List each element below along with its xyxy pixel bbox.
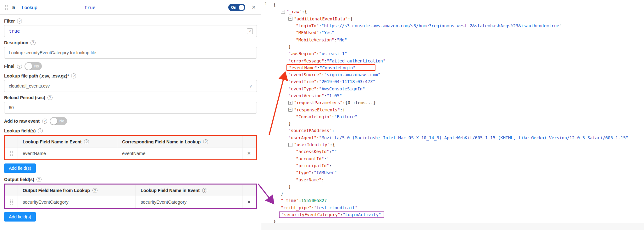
collapse-node-icon[interactable]: − xyxy=(288,143,292,147)
help-icon[interactable]: ? xyxy=(203,139,208,144)
json-number-value: 1555005827 xyxy=(301,198,327,203)
json-line: −"_raw":{ xyxy=(273,8,644,15)
json-line-content: "_time":1555005827 xyxy=(281,198,327,203)
json-punct: : xyxy=(321,177,324,182)
json-line: −"additionalEventData":{ xyxy=(273,15,644,22)
json-punct: : xyxy=(316,86,319,91)
field-input[interactable]: eventName xyxy=(18,147,117,159)
close-icon[interactable]: ✕ xyxy=(252,4,256,11)
annotation-highlight-purple: "securityEventCategory":"LoginActivity" xyxy=(279,211,384,218)
description-value: Lookup securityEventCategory for lookup … xyxy=(9,50,96,55)
lookup-fields-highlight-box: Lookup Field Name in Event? Correspondin… xyxy=(4,135,257,160)
output-fields-label-row: Output field(s) ? xyxy=(4,177,257,182)
json-line: "accountId":' xyxy=(273,155,644,162)
help-icon[interactable]: ? xyxy=(92,188,97,193)
function-header: 5 Lookup true On ✕ xyxy=(0,0,261,15)
collapse-node-icon[interactable]: − xyxy=(288,17,292,21)
json-line: "errorMessage":"Failed authentication" xyxy=(273,57,644,64)
grip-column-header xyxy=(5,185,18,196)
function-filter-preview: true xyxy=(85,5,96,10)
field-input[interactable]: eventName xyxy=(117,147,242,159)
json-key: "principalId" xyxy=(296,163,329,168)
drag-handle-icon[interactable] xyxy=(5,5,8,10)
json-value: "2019-04-11T18:03:47Z" xyxy=(319,79,375,84)
collapse-node-icon[interactable]: − xyxy=(281,10,285,14)
reload-period-input[interactable]: 60 xyxy=(4,102,257,114)
json-line: "ConsoleLogin":"Failure" xyxy=(273,113,644,120)
json-line: "MFAUsed":"Yes" xyxy=(273,29,644,36)
help-icon[interactable]: ? xyxy=(84,139,89,144)
json-punct: : xyxy=(312,205,314,210)
json-line: "_time":1555005827 xyxy=(273,197,644,204)
expand-editor-icon[interactable]: ↗ xyxy=(247,28,253,34)
toggle-on-label: On xyxy=(231,5,236,10)
json-punct: : xyxy=(299,198,301,203)
json-line-content: } xyxy=(288,121,291,126)
json-value: "us-east-1" xyxy=(319,51,347,56)
json-line-content: "_raw":{ xyxy=(286,9,307,14)
json-key: "securityEventCategory" xyxy=(281,212,340,217)
toggle-knob xyxy=(25,63,32,70)
help-icon[interactable]: ? xyxy=(17,19,22,24)
field-input[interactable]: securityEventCategory xyxy=(136,196,242,208)
json-line-content: "ConsoleLogin":"Failure" xyxy=(296,114,357,119)
remove-row-icon[interactable]: ✕ xyxy=(242,147,256,159)
json-key: "userAgent" xyxy=(288,135,316,140)
annotation-highlight-red: "eventName":"ConsoleLogin" xyxy=(286,64,375,71)
drag-handle-icon[interactable] xyxy=(10,199,13,205)
json-line: "principalId": xyxy=(273,162,644,169)
json-punct: : xyxy=(324,156,326,161)
json-line-content: "eventType":"AwsConsoleSignIn" xyxy=(288,86,365,91)
expand-node-icon[interactable]: + xyxy=(288,101,292,105)
json-line: "securityEventCategory":"LoginActivity" xyxy=(273,211,644,218)
json-line-content: "MobileVersion":"No" xyxy=(296,37,347,42)
help-icon[interactable]: ? xyxy=(38,128,43,133)
json-punct: : xyxy=(329,149,332,154)
json-line-content: "accountId":' xyxy=(296,156,329,161)
json-punct: : xyxy=(316,51,319,56)
json-line-content: "responseElements":{ xyxy=(294,107,345,112)
lookup-function-panel: 5 Lookup true On ✕ Filter ? true ↗ Descr… xyxy=(0,0,261,230)
help-icon[interactable]: ? xyxy=(71,73,76,78)
json-punct: : xyxy=(332,128,334,133)
help-icon[interactable]: ? xyxy=(36,177,42,182)
collapse-node-icon[interactable]: − xyxy=(288,108,292,112)
lookup-file-path-select[interactable]: cloudtrail_events.csv ∨ xyxy=(4,80,257,92)
json-punct: :{ xyxy=(340,107,345,112)
function-title[interactable]: Lookup xyxy=(22,5,37,10)
json-key: "requestParameters" xyxy=(294,100,342,105)
json-key: "responseElements" xyxy=(294,107,340,112)
function-enabled-toggle[interactable]: On xyxy=(228,4,245,11)
filter-input[interactable]: true ↗ xyxy=(4,25,257,37)
json-key: "ConsoleLogin" xyxy=(296,114,332,119)
json-value: "signin.amazonaws.com" xyxy=(324,72,380,77)
json-key: "accountId" xyxy=(296,156,324,161)
json-value: "IAMUser" xyxy=(314,170,337,175)
lookup-fields-table: Lookup Field Name in Event? Correspondin… xyxy=(5,136,256,159)
json-key: "sourceIPAddress" xyxy=(288,128,332,133)
column-header: Lookup Field Name in Event xyxy=(141,188,199,193)
remove-column-header xyxy=(242,136,256,147)
json-line: } xyxy=(273,183,644,190)
add-to-raw-toggle[interactable]: No xyxy=(50,117,67,125)
help-icon[interactable]: ? xyxy=(202,188,207,193)
help-icon[interactable]: ? xyxy=(47,95,53,100)
help-icon[interactable]: ? xyxy=(17,64,22,69)
lookup-file-path-label: Lookup file path (.csv, .csv.gz)* xyxy=(4,73,69,78)
output-fields-table: Output Field Name from Lookup? Lookup Fi… xyxy=(5,185,256,208)
field-input[interactable]: securityEventCategory xyxy=(18,196,136,208)
add-lookup-fields-button[interactable]: Add field(s) xyxy=(4,163,36,173)
description-input[interactable]: Lookup securityEventCategory for lookup … xyxy=(4,47,257,59)
json-key: "LoginTo" xyxy=(296,23,319,28)
help-icon[interactable]: ? xyxy=(31,40,36,45)
final-toggle[interactable]: No xyxy=(25,62,42,70)
remove-row-icon[interactable]: ✕ xyxy=(242,196,256,208)
drag-handle-icon[interactable] xyxy=(10,151,13,156)
add-output-fields-button[interactable]: Add field(s) xyxy=(4,212,36,222)
json-line-content: "eventSource":"signin.amazonaws.com" xyxy=(288,72,380,77)
help-icon[interactable]: ? xyxy=(42,119,47,124)
json-line-content: "principalId": xyxy=(296,163,332,168)
output-fields-label: Output field(s) xyxy=(4,177,34,182)
json-key: "eventVersion" xyxy=(288,93,324,98)
json-punct: { xyxy=(273,2,276,7)
